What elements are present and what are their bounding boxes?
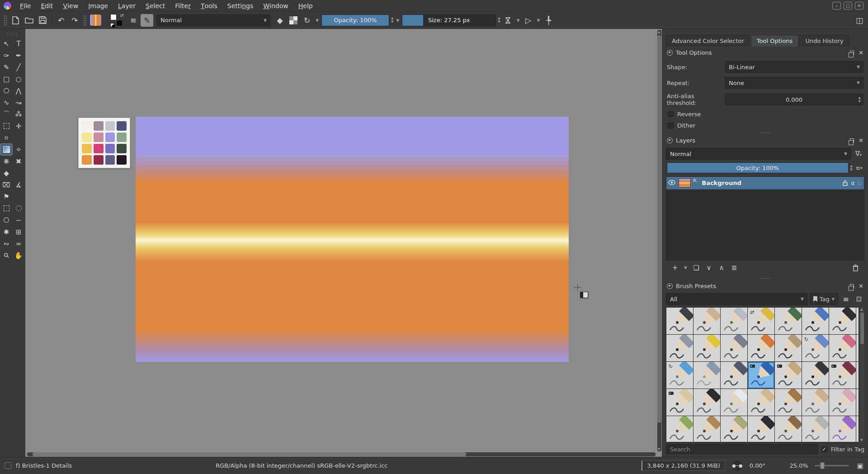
delete-layer-button[interactable]: [850, 263, 861, 273]
tool-gradient[interactable]: [0, 144, 12, 155]
palette-swatch[interactable]: [117, 121, 127, 131]
brush-preset[interactable]: [748, 335, 774, 361]
brush-preset[interactable]: [775, 335, 802, 361]
zoom-level-value[interactable]: 25.0%: [781, 462, 808, 469]
brush-preset[interactable]: [721, 389, 747, 416]
canvas-rotation-icon[interactable]: ●─●: [732, 461, 742, 471]
tool-colorize-mask[interactable]: ❋: [0, 156, 12, 167]
new-document-button[interactable]: [9, 14, 22, 27]
tag-button[interactable]: Tag ▼: [810, 293, 838, 305]
antialias-threshold-input[interactable]: 0.000 ▲▼: [725, 94, 863, 105]
opacity-spinner[interactable]: ▲▼: [391, 17, 393, 24]
palette-swatch[interactable]: [94, 144, 104, 153]
layer-row-background[interactable]: ⇱ Background α ∷: [666, 177, 864, 190]
palette-swatch[interactable]: [94, 155, 104, 165]
tool-color-sampler[interactable]: ✧: [13, 144, 24, 155]
save-button[interactable]: [36, 14, 49, 27]
foreground-color-swatch[interactable]: [110, 14, 117, 20]
scroll-up-icon[interactable]: ▲: [658, 30, 660, 34]
tool-measure[interactable]: ∡: [13, 179, 24, 190]
tool-magnetic-select[interactable]: ≈: [13, 238, 24, 249]
menu-layer[interactable]: Layer: [113, 0, 141, 11]
palette-swatch[interactable]: [82, 121, 92, 131]
palette-swatch[interactable]: [82, 155, 92, 165]
palette-swatch[interactable]: [82, 144, 92, 153]
brush-preset[interactable]: ↻: [666, 362, 693, 389]
preserve-alpha-button[interactable]: [287, 14, 300, 27]
palette-swatch[interactable]: [117, 133, 127, 142]
selection-status-icon[interactable]: [5, 462, 11, 469]
menu-view[interactable]: View: [58, 0, 84, 11]
minimize-button[interactable]: –: [832, 2, 841, 9]
close-docker-icon[interactable]: ✕: [859, 137, 863, 144]
scroll-up-icon[interactable]: ▲: [860, 308, 863, 311]
opacity-slider[interactable]: Opacity: 100%: [321, 14, 389, 26]
menu-select[interactable]: Select: [141, 0, 170, 11]
tool-freehand-path[interactable]: ↝: [13, 97, 24, 108]
brush-preset[interactable]: [748, 389, 774, 416]
palette-swatch[interactable]: [94, 133, 104, 142]
close-docker-icon[interactable]: ✕: [859, 49, 863, 56]
palette-swatch[interactable]: [82, 133, 92, 142]
tool-text[interactable]: T: [13, 38, 24, 49]
menu-image[interactable]: Image: [83, 0, 113, 11]
repeat-select[interactable]: None ▼: [725, 77, 863, 89]
tool-calligraphy[interactable]: ✒: [13, 50, 24, 61]
toolbox-drag-handle[interactable]: [6, 33, 19, 36]
reload-preset-button[interactable]: ↻: [301, 14, 313, 27]
layer-name[interactable]: Background: [702, 180, 843, 186]
redo-button[interactable]: ↷: [68, 14, 81, 27]
undo-button[interactable]: ↶: [55, 14, 67, 27]
brush-preset[interactable]: [856, 335, 859, 361]
brush-preset[interactable]: [721, 308, 747, 334]
close-button[interactable]: ✕: [855, 2, 863, 9]
brush-preset[interactable]: [721, 362, 747, 389]
brush-preset-selected[interactable]: [748, 362, 774, 389]
tool-multibrush[interactable]: ⁂: [13, 109, 24, 120]
brush-preset[interactable]: [802, 362, 829, 389]
brush-search-input[interactable]: [666, 444, 818, 454]
canvas-vertical-scrollbar[interactable]: ▲ ▼: [657, 30, 661, 451]
brush-preset[interactable]: [775, 308, 802, 334]
tool-contiguous-select[interactable]: ⊞: [13, 226, 24, 237]
layer-options-icon[interactable]: ≡▾: [854, 163, 864, 173]
layer-opacity-slider[interactable]: Opacity: 100%: [667, 162, 849, 173]
palette-swatch[interactable]: [117, 155, 127, 165]
brush-preset[interactable]: [693, 335, 720, 361]
brush-preset[interactable]: [856, 308, 859, 334]
tool-smart-patch[interactable]: ✖: [13, 156, 24, 167]
shape-select[interactable]: Bi-Linear ▼: [725, 61, 863, 73]
tab-undo-history[interactable]: Undo History: [799, 35, 849, 47]
brush-preset[interactable]: [775, 362, 802, 389]
reverse-checkbox[interactable]: [668, 111, 674, 117]
tool-edit-shapes[interactable]: ✑: [0, 50, 12, 61]
canvas-rotation-value[interactable]: 0.00°: [750, 462, 781, 469]
brush-preset[interactable]: [748, 416, 774, 442]
canvas-horizontal-scrollbar[interactable]: [27, 452, 656, 456]
filter-in-tag-checkbox[interactable]: ✓: [821, 446, 827, 452]
toolbar-drag-handle[interactable]: [4, 15, 7, 26]
zoom-slider-handle[interactable]: [820, 462, 825, 469]
horizontal-mirror-button[interactable]: ⋈: [502, 14, 514, 27]
tool-similar-select[interactable]: ✱: [0, 226, 12, 237]
blending-mode-select[interactable]: Normal ▼: [156, 14, 270, 26]
edit-brush-settings-button[interactable]: ≋: [127, 14, 140, 27]
close-docker-icon[interactable]: ✕: [859, 283, 863, 289]
tool-freehand-select[interactable]: ∽: [13, 214, 24, 226]
tool-fill[interactable]: ◆: [0, 167, 12, 179]
brush-preset[interactable]: [666, 335, 693, 361]
tool-rectangle[interactable]: □: [0, 73, 12, 85]
menu-window[interactable]: Window: [258, 0, 293, 11]
menu-settings[interactable]: Settings: [222, 0, 258, 11]
tool-ellipse[interactable]: ○: [13, 73, 24, 85]
menu-file[interactable]: File: [15, 0, 36, 11]
brush-preset[interactable]: [802, 389, 829, 416]
choose-brush-preset-button[interactable]: ✎: [141, 14, 153, 27]
wrap-around-mode-button[interactable]: ╄: [542, 14, 555, 27]
tool-polygon[interactable]: ⎔: [0, 85, 12, 96]
tool-polygon-select[interactable]: ⎔: [0, 214, 12, 226]
tool-reference-images[interactable]: ⚑: [0, 191, 12, 202]
vertical-mirror-button[interactable]: ▷: [522, 14, 535, 27]
document-size-info[interactable]: 3,840 x 2,160 (31.9 MiB): [642, 460, 725, 471]
palette-swatch[interactable]: [105, 155, 115, 165]
